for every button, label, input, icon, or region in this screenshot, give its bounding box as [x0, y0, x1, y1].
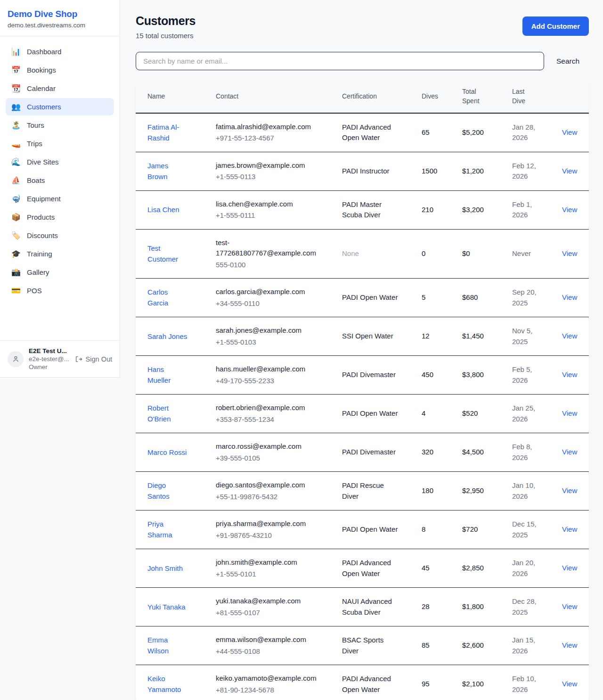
graduation-cap-icon: 🎓 [11, 250, 21, 258]
table-row: Diego Santos diego.santos@example.com +5… [136, 472, 589, 511]
package-icon: 📦 [11, 214, 21, 221]
sidebar-item-boats[interactable]: ⛵ Boats [6, 172, 114, 189]
table-row: Hans Mueller hans.mueller@example.com +4… [136, 356, 589, 395]
sidebar-item-bookings[interactable]: 📅 Bookings [6, 61, 114, 79]
customer-certification: SSI Open Water [342, 331, 393, 342]
customer-last-dive: Jan 25, 2026 [512, 404, 535, 423]
search-input[interactable] [136, 52, 544, 70]
speedboat-icon: 🚤 [11, 140, 21, 148]
view-link[interactable]: View [562, 680, 577, 688]
sidebar-item-gallery[interactable]: 📸 Gallery [6, 264, 114, 281]
sidebar-item-label: Gallery [27, 268, 49, 276]
sidebar-item-customers[interactable]: 👥 Customers [6, 98, 114, 115]
view-link[interactable]: View [562, 206, 577, 214]
user-email: e2e-tester@... [29, 355, 69, 362]
sidebar-item-trips[interactable]: 🚤 Trips [6, 135, 114, 152]
page-title: Customers [136, 14, 196, 28]
view-link[interactable]: View [562, 564, 577, 572]
person-icon [12, 355, 20, 363]
customer-total-spent: $2,950 [462, 486, 484, 494]
people-icon: 👥 [11, 103, 21, 111]
customer-name-link[interactable]: Diego Santos [147, 480, 189, 502]
table-row: Yuki Tanaka yuki.tanaka@example.com +81-… [136, 588, 589, 626]
view-link[interactable]: View [562, 641, 577, 649]
shop-domain: demo.test.divestreams.com [8, 22, 112, 29]
view-link[interactable]: View [562, 249, 577, 257]
shop-name: Demo Dive Shop [8, 9, 112, 19]
customer-name-link[interactable]: John Smith [147, 563, 183, 574]
table-row: Carlos Garcia carlos.garcia@example.com … [136, 279, 589, 317]
customer-phone: +49-170-555-2233 [216, 376, 327, 387]
view-link[interactable]: View [562, 486, 577, 494]
customer-name-link[interactable]: Fatima Al-Rashid [147, 122, 189, 144]
customer-name-link[interactable]: Robert O'Brien [147, 403, 189, 425]
column-header-certification: Certification [334, 80, 414, 113]
customer-dives: 45 [422, 564, 430, 572]
customer-email: keiko.yamamoto@example.com [216, 673, 327, 684]
customer-certification: PADI Divemaster [342, 370, 396, 380]
sidebar-item-tours[interactable]: 🏝️ Tours [6, 116, 114, 134]
customer-total-spent: $1,450 [462, 332, 484, 340]
view-link[interactable]: View [562, 525, 577, 533]
customer-last-dive: Dec 15, 2025 [512, 520, 537, 539]
view-link[interactable]: View [562, 167, 577, 175]
customer-certification: None [342, 248, 359, 259]
bar-chart-icon: 📊 [11, 48, 21, 56]
sidebar-item-dashboard[interactable]: 📊 Dashboard [6, 43, 114, 60]
customer-phone: +1-555-0113 [216, 172, 327, 182]
customer-name-link[interactable]: Lisa Chen [147, 204, 179, 215]
customer-name-link[interactable]: Carlos Garcia [147, 287, 189, 309]
customer-name-link[interactable]: Hans Mueller [147, 364, 189, 386]
sidebar-item-pos[interactable]: 💳 POS [6, 282, 114, 299]
table-row: Marco Rossi marco.rossi@example.com +39-… [136, 433, 589, 472]
customer-last-dive: Feb 1, 2026 [512, 200, 532, 219]
sidebar-item-discounts[interactable]: 🏷️ Discounts [6, 227, 114, 244]
sign-out-button[interactable]: Sign Out [75, 355, 112, 363]
customer-last-dive: Feb 5, 2026 [512, 365, 532, 384]
customer-name-link[interactable]: Test Customer [147, 243, 189, 265]
customer-name-link[interactable]: Sarah Jones [147, 331, 187, 342]
sidebar-item-dive-sites[interactable]: 🌊 Dive Sites [6, 153, 114, 171]
column-header-total-spent: Total Spent [455, 80, 505, 113]
customer-name-link[interactable]: Priya Sharma [147, 519, 189, 541]
view-link[interactable]: View [562, 448, 577, 456]
view-link[interactable]: View [562, 409, 577, 417]
customer-dives: 1500 [422, 167, 437, 175]
customer-total-spent: $5,200 [462, 128, 484, 136]
customer-email: emma.wilson@example.com [216, 634, 327, 645]
customer-phone: +1-555-0101 [216, 569, 327, 580]
customer-email: sarah.jones@example.com [216, 325, 327, 336]
table-row: James Brown james.brown@example.com +1-5… [136, 152, 589, 190]
customers-table-card: NameContactCertificationDivesTotal Spent… [136, 80, 589, 700]
sidebar-item-equipment[interactable]: 🤿 Equipment [6, 190, 114, 207]
sidebar-header: Demo Dive Shop demo.test.divestreams.com [0, 0, 120, 36]
customer-name-link[interactable]: Keiko Yamamoto [147, 673, 189, 695]
customer-phone: +81-90-1234-5678 [216, 685, 327, 696]
customer-name-link[interactable]: Yuki Tanaka [147, 601, 186, 612]
customer-certification: NAUI Advanced Scuba Diver [342, 596, 401, 618]
view-link[interactable]: View [562, 128, 577, 136]
view-link[interactable]: View [562, 293, 577, 301]
customer-dives: 5 [422, 293, 425, 301]
customer-name-link[interactable]: Emma Wilson [147, 634, 189, 657]
sidebar-item-training[interactable]: 🎓 Training [6, 245, 114, 263]
view-link[interactable]: View [562, 371, 577, 379]
user-info: E2E Test U... e2e-tester@... Owner [29, 347, 69, 371]
customer-name-link[interactable]: James Brown [147, 160, 189, 182]
customer-name-link[interactable]: Marco Rossi [147, 447, 187, 458]
sidebar-item-products[interactable]: 📦 Products [6, 208, 114, 226]
search-button[interactable]: Search [544, 57, 589, 66]
sidebar-item-label: Products [27, 213, 55, 221]
customer-last-dive: Jan 10, 2026 [512, 481, 535, 500]
sidebar-item-label: POS [27, 287, 42, 295]
view-link[interactable]: View [562, 602, 577, 610]
customer-total-spent: $2,600 [462, 641, 484, 649]
sidebar-item-label: Tours [27, 121, 44, 129]
sidebar-item-calendar[interactable]: 📆 Calendar [6, 80, 114, 97]
column-header-name: Name [136, 80, 208, 113]
customer-email: yuki.tanaka@example.com [216, 596, 327, 607]
view-link[interactable]: View [562, 332, 577, 340]
add-customer-button[interactable]: Add Customer [522, 16, 589, 36]
customer-phone: +34-555-0110 [216, 298, 327, 309]
page-header: Customers 15 total customers Add Custome… [136, 14, 589, 40]
